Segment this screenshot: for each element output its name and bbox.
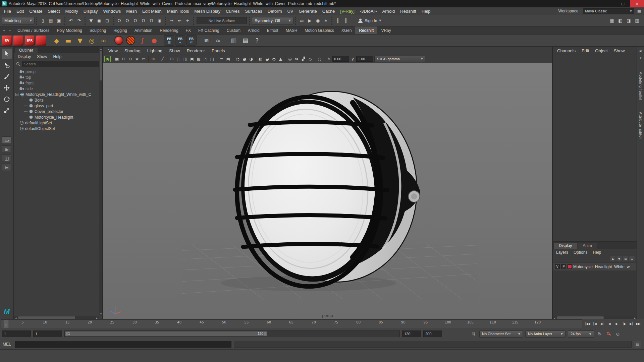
live-surface-field[interactable]: No Live Surface: [197, 17, 247, 24]
menu-mesh[interactable]: Mesh: [123, 7, 140, 15]
shelf-tab-custom[interactable]: Custom: [223, 26, 244, 34]
pause-icon[interactable]: ║: [334, 17, 342, 24]
viewport-menu-view[interactable]: View: [105, 48, 121, 53]
playback-speed-icon[interactable]: ⇅: [470, 330, 477, 337]
snap-to-grids-icon[interactable]: Ω: [115, 17, 123, 24]
maximize-button[interactable]: □: [616, 0, 630, 7]
input-connections-icon[interactable]: ⇥: [168, 17, 175, 24]
shelf-tab-poly-modeling[interactable]: Poly Modeling: [53, 26, 86, 34]
move-layer-up-icon[interactable]: ▲: [610, 256, 615, 261]
step-forward-frame-button[interactable]: │▶: [621, 320, 628, 328]
four-pane-layout[interactable]: ⊞: [2, 145, 11, 153]
channel-box-menu-object[interactable]: Object: [592, 48, 611, 53]
redshift-settings-button[interactable]: [36, 36, 46, 46]
open-render-view-icon[interactable]: ▭: [298, 17, 306, 24]
outliner-item-glass-part[interactable]: glass_part: [14, 103, 99, 109]
outliner-search-input[interactable]: [22, 61, 101, 67]
redshift-help-button[interactable]: ?: [252, 35, 263, 46]
close-button[interactable]: ×: [630, 0, 644, 7]
depth-of-field-icon[interactable]: ◇: [307, 56, 313, 62]
scrollbar-thumb[interactable]: [18, 316, 75, 319]
colorspace-select[interactable]: sRGB gamma ▼: [374, 56, 425, 62]
time-track[interactable]: 1 51015202530354045505560657075808590951…: [1, 319, 582, 328]
select-camera-icon[interactable]: ▦: [114, 56, 120, 62]
grease-pencil-icon[interactable]: ╱: [159, 56, 166, 62]
xray-active-icon[interactable]: ◑: [248, 56, 254, 62]
playback-end-field[interactable]: [402, 330, 421, 337]
layer-editor-menu-options[interactable]: Options: [571, 250, 590, 255]
paint-select-tool[interactable]: [2, 71, 12, 81]
workspace-select[interactable]: Maya Classic ▼: [583, 8, 634, 14]
snap-to-points-icon[interactable]: Ω: [131, 17, 139, 24]
shelf-tab-animation[interactable]: Animation: [131, 26, 156, 34]
resolution-gate-icon[interactable]: ◫: [182, 56, 189, 62]
shelf-tab-sculpting[interactable]: Sculpting: [86, 26, 110, 34]
anim-layer-select[interactable]: No Anim Layer ▼: [525, 330, 566, 338]
outliner-item-top[interactable]: top: [14, 74, 99, 80]
redshift-disc-light-button[interactable]: ◎: [86, 35, 97, 46]
command-input[interactable]: [15, 341, 231, 348]
outliner-item-bolts[interactable]: Bolts: [14, 97, 99, 103]
exposure-field[interactable]: [332, 56, 349, 62]
viewport-menu-show[interactable]: Show: [166, 48, 183, 53]
step-back-key-button[interactable]: │◀: [591, 320, 598, 328]
outliner-menu-display[interactable]: Display: [15, 54, 34, 59]
object-details-icon[interactable]: ▤: [225, 56, 231, 62]
safe-action-icon[interactable]: ◰: [202, 56, 209, 62]
redshift-incandescent-material-button[interactable]: [126, 36, 135, 45]
select-hierarchy-icon[interactable]: ▼: [87, 17, 95, 24]
shelf-tabs-icon[interactable]: ≡: [7, 28, 12, 33]
select-tool[interactable]: [2, 49, 12, 59]
layer-color-swatch[interactable]: [568, 264, 572, 269]
redshift-sphere-light-button[interactable]: ∞: [98, 35, 109, 46]
redshift-render-button[interactable]: [13, 36, 23, 46]
step-forward-key-button[interactable]: ▶│: [628, 320, 635, 328]
animation-preferences-icon[interactable]: ⊙: [614, 330, 621, 337]
layer-visibility-toggle[interactable]: V: [555, 264, 560, 269]
menu-3dtoall[interactable]: -3DtoAll-: [357, 7, 380, 15]
menu-mesh-display[interactable]: Mesh Display: [192, 7, 223, 15]
menu-uv[interactable]: UV: [284, 7, 296, 15]
undo-icon[interactable]: ↶: [67, 17, 75, 24]
xray-icon[interactable]: ◔: [234, 56, 241, 62]
redshift-proxy-import-button[interactable]: PR⇄: [186, 35, 197, 46]
scrollbar-thumb[interactable]: [557, 316, 604, 319]
bookmarks-icon[interactable]: ★: [134, 56, 140, 62]
layer-editor-hscrollbar[interactable]: ◀ ▶: [553, 316, 637, 319]
interactive-playback-icon[interactable]: ║: [342, 17, 350, 24]
play-forwards-button[interactable]: ▶: [613, 320, 620, 328]
outliner-hscrollbar[interactable]: ◀ ▶: [14, 316, 99, 319]
outliner-item-cover-protector[interactable]: Cover_protector: [14, 109, 99, 114]
channel-box-menu-edit[interactable]: Edit: [579, 48, 592, 53]
modeling-toolkit-tab[interactable]: Modeling Toolkit: [639, 68, 643, 104]
outliner-vscrollbar[interactable]: ▲ ▼: [99, 47, 102, 315]
redshift-docs-button[interactable]: ▤: [240, 35, 251, 46]
strip-menu-icon[interactable]: ▾: [638, 55, 643, 60]
layer-editor-tab-display[interactable]: Display: [554, 243, 577, 249]
viewport-menu-renderer[interactable]: Renderer: [183, 48, 208, 53]
snap-to-curves-icon[interactable]: Ω: [123, 17, 131, 24]
channel-box-menu-show[interactable]: Show: [611, 48, 628, 53]
move-tool[interactable]: [2, 83, 12, 93]
script-editor-icon[interactable]: ▤: [634, 341, 641, 348]
gate-mask-icon[interactable]: ▣: [189, 56, 195, 62]
snap-to-view-planes-icon[interactable]: Ω: [148, 17, 155, 24]
headlight-model[interactable]: [103, 63, 552, 319]
safe-title-icon[interactable]: ◱: [209, 56, 215, 62]
redshift-spot-light-button[interactable]: ▼: [74, 35, 86, 46]
playback-start-field[interactable]: [33, 330, 62, 337]
range-slider-handle[interactable]: [65, 331, 267, 336]
persp-outliner-layout[interactable]: ◫: [2, 155, 11, 162]
outliner-menu-show[interactable]: Show: [34, 54, 50, 59]
xray-joints-icon[interactable]: ◕: [241, 56, 248, 62]
exposure-icon[interactable]: ☼: [326, 56, 332, 62]
redshift-plane-light-button[interactable]: ▬: [63, 35, 74, 46]
scale-tool[interactable]: [2, 106, 12, 116]
menu-curves[interactable]: Curves: [223, 7, 242, 15]
shelf-tab-motion-graphics[interactable]: Motion Graphics: [301, 26, 337, 34]
shelf-tab-rendering[interactable]: Rendering: [156, 26, 182, 34]
character-set-select[interactable]: No Character Set ▼: [479, 330, 523, 338]
redshift-monitor-button[interactable]: ▥: [228, 35, 239, 46]
layer-playback-toggle[interactable]: P: [561, 264, 566, 269]
strip-pin-icon[interactable]: ◉: [638, 48, 643, 53]
